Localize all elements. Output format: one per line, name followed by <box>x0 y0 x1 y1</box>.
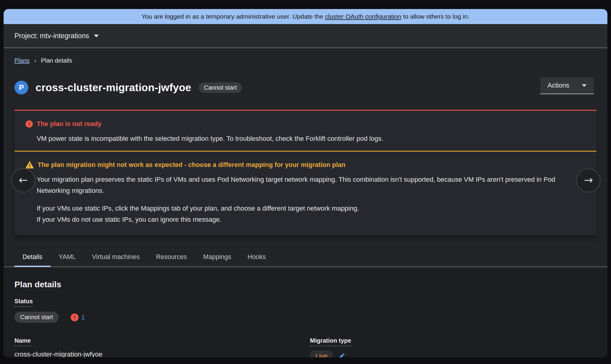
warning-alert-paragraph-3: If your VMs do not use static IPs, you c… <box>37 214 585 225</box>
migration-type-value-badge: Live <box>310 350 333 357</box>
project-bar: Project: mtv-integrations <box>4 24 607 48</box>
plan-status-badge: Cannot start <box>14 312 59 323</box>
arrow-left-icon: ← <box>19 174 28 186</box>
warning-triangle-icon <box>26 161 34 168</box>
danger-alert-title: The plan is not ready <box>37 120 101 128</box>
tab-yaml[interactable]: YAML <box>51 248 84 267</box>
status-field-label: Status <box>14 298 33 307</box>
breadcrumb-separator-icon: › <box>34 57 36 64</box>
warning-alert-paragraph-1: Your migration plan preserves the static… <box>37 174 585 196</box>
project-selector-label[interactable]: Project: mtv-integrations <box>14 32 89 40</box>
danger-alert: ! The plan is not ready VM power state i… <box>14 110 597 151</box>
name-field-value: cross-cluster-migration-jwfyoe <box>14 350 310 357</box>
admin-user-banner: You are logged in as a temporary adminis… <box>4 9 607 24</box>
exclamation-circle-icon: ! <box>26 120 33 128</box>
plan-resource-icon: P <box>14 81 28 94</box>
actions-button[interactable]: Actions <box>540 77 594 94</box>
details-tab-content: Plan details Status Cannot start ! 1 Nam… <box>4 267 607 357</box>
banner-text-before: You are logged in as a temporary adminis… <box>141 13 325 20</box>
name-field: Name cross-cluster-migration-jwfyoe <box>14 337 310 357</box>
alerts-group: ! The plan is not ready VM power state i… <box>14 110 597 235</box>
tab-details[interactable]: Details <box>14 248 51 267</box>
arrow-right-icon: → <box>584 174 593 186</box>
actions-button-label: Actions <box>547 82 569 89</box>
warning-alert: The plan migration might not work as exp… <box>14 151 597 235</box>
section-title: Plan details <box>14 280 597 289</box>
tab-mappings[interactable]: Mappings <box>195 248 239 267</box>
warning-alert-paragraph-2: If your VMs use static IPs, click the Ma… <box>37 203 585 214</box>
status-badge: Cannot start <box>199 82 242 93</box>
danger-alert-description: VM power state is incompatible with the … <box>37 133 585 144</box>
next-alert-button[interactable]: → <box>576 168 600 193</box>
tab-hooks[interactable]: Hooks <box>239 248 274 267</box>
warning-alert-title: The plan migration might not work as exp… <box>38 161 346 169</box>
chevron-down-icon <box>582 84 587 87</box>
oauth-configuration-link[interactable]: cluster OAuth configuration <box>325 13 401 20</box>
chevron-down-icon[interactable] <box>94 35 99 37</box>
error-count-link[interactable]: 1 <box>81 313 85 321</box>
console-window: You are logged in as a temporary adminis… <box>4 9 607 357</box>
migration-type-field-label: Migration type <box>310 337 351 346</box>
error-count-group[interactable]: ! 1 <box>71 313 85 321</box>
plan-tabs: Details YAML Virtual machines Resources … <box>4 248 607 267</box>
breadcrumb: Plans › Plan details <box>4 48 607 64</box>
tab-virtual-machines[interactable]: Virtual machines <box>84 248 148 267</box>
pencil-icon <box>338 352 346 357</box>
page-header: P cross-cluster-migration-jwfyoe Cannot … <box>4 79 607 97</box>
tab-resources[interactable]: Resources <box>148 248 195 267</box>
status-row: Cannot start ! 1 <box>14 312 597 323</box>
breadcrumb-current: Plan details <box>41 57 72 64</box>
page-title: cross-cluster-migration-jwfyoe <box>36 82 191 94</box>
name-field-label: Name <box>14 337 31 346</box>
exclamation-circle-icon: ! <box>71 313 79 321</box>
breadcrumb-plans-link[interactable]: Plans <box>14 57 29 64</box>
edit-migration-type-button[interactable] <box>338 352 346 357</box>
previous-alert-button[interactable]: ← <box>11 168 35 193</box>
banner-text-after: to allow others to log in. <box>401 13 469 20</box>
details-grid: Name cross-cluster-migration-jwfyoe Migr… <box>14 337 597 357</box>
migration-type-field: Migration type Live <box>310 337 597 357</box>
